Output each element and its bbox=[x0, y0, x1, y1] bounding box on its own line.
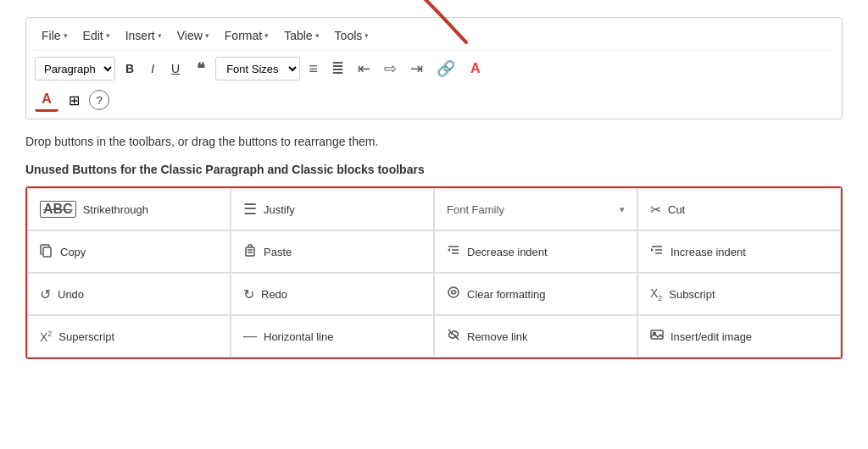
superscript-label: Superscript bbox=[58, 330, 114, 343]
strikethrough-icon: ABC bbox=[40, 201, 76, 218]
svg-marker-8 bbox=[448, 248, 450, 252]
horizontal-line-button[interactable]: — Horizontal line bbox=[231, 315, 434, 358]
instruction-text: Drop buttons in the toolbars, or drag th… bbox=[25, 133, 843, 151]
tools-arrow: ▾ bbox=[364, 31, 369, 40]
edit-arrow: ▾ bbox=[106, 31, 110, 40]
remove-link-icon bbox=[447, 328, 460, 345]
font-sizes-select[interactable]: Font Sizes bbox=[215, 57, 300, 80]
link-button[interactable]: 🔗 bbox=[431, 57, 460, 80]
insert-image-label: Insert/edit image bbox=[670, 330, 752, 343]
unordered-list-button[interactable]: ≡ bbox=[303, 57, 323, 80]
justify-button[interactable]: ☰ Justify bbox=[231, 188, 434, 230]
menu-format[interactable]: Format ▾ bbox=[218, 26, 275, 45]
increase-indent-label: Increase indent bbox=[670, 246, 746, 258]
font-family-button[interactable]: Font Family ▾ bbox=[434, 188, 637, 230]
redo-label: Redo bbox=[261, 288, 287, 301]
underline-button[interactable]: U bbox=[164, 57, 186, 80]
undo-icon: ↺ bbox=[40, 286, 51, 302]
horizontal-line-icon: — bbox=[243, 329, 257, 344]
cut-icon: ✂ bbox=[650, 202, 661, 218]
editor-toolbar-wrapper: File ▾ Edit ▾ Insert ▾ View ▾ Format ▾ T… bbox=[25, 17, 843, 119]
insert-arrow: ▾ bbox=[158, 31, 162, 40]
font-family-label: Font Family bbox=[447, 203, 504, 216]
increase-indent-button[interactable]: Increase indent bbox=[637, 230, 841, 273]
bold-button[interactable]: B bbox=[119, 57, 141, 80]
superscript-button[interactable]: X2 Superscript bbox=[27, 315, 231, 358]
italic-button[interactable]: I bbox=[144, 57, 161, 80]
remove-link-label: Remove link bbox=[467, 330, 528, 343]
blockquote-button[interactable]: ❝ bbox=[190, 56, 212, 81]
svg-point-13 bbox=[448, 287, 459, 297]
horizontal-line-label: Horizontal line bbox=[264, 330, 333, 343]
menu-edit[interactable]: Edit ▾ bbox=[76, 26, 117, 45]
subscript-button[interactable]: X2 Subscript bbox=[637, 273, 841, 315]
format-arrow: ▾ bbox=[264, 31, 269, 40]
ordered-list-button[interactable]: ≣ bbox=[326, 57, 349, 80]
remove-link-button[interactable]: Remove link bbox=[434, 315, 637, 358]
cut-label: Cut bbox=[668, 203, 685, 216]
menu-table[interactable]: Table ▾ bbox=[277, 26, 326, 45]
decrease-indent-label: Decrease indent bbox=[467, 246, 548, 258]
undo-label: Undo bbox=[58, 288, 84, 301]
menu-bar: File ▾ Edit ▾ Insert ▾ View ▾ Format ▾ T… bbox=[35, 23, 833, 51]
align-right-button[interactable]: ⇥ bbox=[405, 57, 428, 80]
paste-label: Paste bbox=[264, 246, 292, 258]
paste-icon bbox=[243, 243, 257, 260]
help-button[interactable]: ? bbox=[89, 90, 109, 110]
redo-icon: ↻ bbox=[243, 286, 254, 302]
copy-icon bbox=[40, 244, 53, 260]
font-family-dropdown-icon: ▾ bbox=[620, 204, 625, 215]
menu-file[interactable]: File ▾ bbox=[35, 26, 75, 45]
justify-label: Justify bbox=[264, 203, 295, 216]
strikethrough-label: Strikethrough bbox=[83, 203, 148, 216]
menu-tools[interactable]: Tools ▾ bbox=[328, 26, 376, 45]
toolbar-area: File ▾ Edit ▾ Insert ▾ View ▾ Format ▾ T… bbox=[25, 17, 843, 119]
insert-image-icon bbox=[650, 328, 664, 345]
menu-insert[interactable]: Insert ▾ bbox=[119, 26, 169, 45]
paste-button[interactable]: Paste bbox=[231, 230, 434, 273]
undo-button[interactable]: ↺ Undo bbox=[27, 273, 231, 315]
clear-formatting-label: Clear formatting bbox=[467, 288, 545, 301]
copy-button[interactable]: Copy bbox=[27, 230, 231, 273]
align-center-button[interactable]: ⇨ bbox=[379, 57, 402, 80]
insert-table-button[interactable]: ⊞ bbox=[62, 88, 86, 112]
paragraph-select[interactable]: Paragraph bbox=[35, 57, 115, 80]
justify-icon: ☰ bbox=[243, 200, 257, 219]
superscript-icon: X2 bbox=[40, 330, 52, 344]
clear-formatting-button[interactable]: Clear formatting bbox=[434, 273, 637, 315]
svg-rect-2 bbox=[246, 247, 254, 256]
toolbar-row-2: A ⊞ ? bbox=[35, 86, 833, 114]
table-arrow: ▾ bbox=[315, 31, 320, 40]
menu-view[interactable]: View ▾ bbox=[170, 26, 216, 45]
redo-button[interactable]: ↻ Redo bbox=[231, 273, 434, 315]
decrease-indent-button[interactable]: Decrease indent bbox=[434, 230, 637, 273]
align-left-button[interactable]: ⇤ bbox=[353, 57, 376, 80]
subscript-icon: X2 bbox=[650, 286, 662, 302]
subscript-label: Subscript bbox=[669, 288, 715, 301]
strikethrough-button[interactable]: ABC Strikethrough bbox=[27, 188, 231, 230]
view-arrow: ▾ bbox=[205, 31, 209, 40]
unused-buttons-grid: ABC Strikethrough ☰ Justify Font Family … bbox=[25, 186, 843, 359]
increase-indent-icon bbox=[650, 243, 664, 260]
decrease-indent-icon bbox=[447, 243, 460, 260]
clear-formatting-icon bbox=[447, 285, 460, 302]
insert-image-button[interactable]: Insert/edit image bbox=[637, 315, 841, 358]
file-arrow: ▾ bbox=[64, 31, 68, 40]
copy-label: Copy bbox=[60, 246, 86, 258]
text-color-button[interactable]: A bbox=[464, 57, 487, 80]
section-heading: Unused Buttons for the Classic Paragraph… bbox=[25, 163, 843, 176]
toolbar-row-1: Paragraph B I U ❝ Font Sizes ≡ ≣ ⇤ ⇨ ⇥ 🔗… bbox=[35, 54, 833, 83]
svg-rect-1 bbox=[43, 247, 51, 257]
svg-marker-12 bbox=[651, 248, 654, 252]
font-color-button[interactable]: A bbox=[35, 88, 58, 112]
cut-button[interactable]: ✂ Cut bbox=[637, 188, 841, 230]
